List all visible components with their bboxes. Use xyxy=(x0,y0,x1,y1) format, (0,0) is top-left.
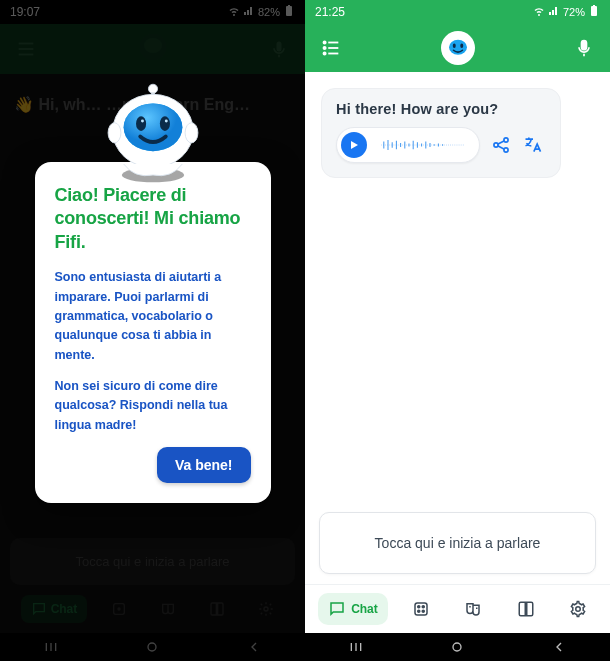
translate-icon[interactable] xyxy=(522,134,544,156)
svg-rect-29 xyxy=(593,5,595,7)
android-home-icon[interactable] xyxy=(448,638,466,656)
svg-point-38 xyxy=(452,44,455,49)
wifi-icon xyxy=(533,5,545,19)
chat-area: Hi there! How are you? xyxy=(305,72,610,502)
svg-point-16 xyxy=(148,84,157,93)
svg-point-27 xyxy=(185,123,198,143)
android-recent-icon[interactable] xyxy=(347,638,365,656)
svg-rect-40 xyxy=(582,41,587,50)
svg-line-61 xyxy=(498,141,505,144)
svg-point-30 xyxy=(323,41,325,43)
battery-icon xyxy=(588,5,600,19)
svg-point-22 xyxy=(136,116,146,131)
tab-roleplay[interactable] xyxy=(454,593,492,625)
svg-line-62 xyxy=(498,146,505,149)
svg-point-72 xyxy=(453,643,461,651)
svg-point-39 xyxy=(460,44,463,49)
tab-dice[interactable] xyxy=(402,593,440,625)
svg-rect-63 xyxy=(415,603,427,615)
audio-player[interactable] xyxy=(336,127,480,163)
svg-point-64 xyxy=(418,606,420,608)
svg-point-21 xyxy=(123,104,182,152)
play-icon[interactable] xyxy=(341,132,367,158)
message-bubble: Hi there! How are you? xyxy=(321,88,561,178)
android-navbar xyxy=(305,633,610,661)
svg-point-66 xyxy=(422,606,424,608)
avatar-mini[interactable] xyxy=(441,31,475,65)
svg-marker-41 xyxy=(351,141,358,149)
svg-point-65 xyxy=(422,610,424,612)
status-time: 21:25 xyxy=(315,5,345,19)
tab-chat[interactable]: Chat xyxy=(318,593,388,625)
svg-point-34 xyxy=(323,52,325,54)
svg-point-25 xyxy=(164,119,167,122)
tab-chat-label: Chat xyxy=(351,602,378,616)
bottom-tabbar: Chat xyxy=(305,584,610,633)
modal-paragraph-1: Sono entusiasta di aiutarti a imparare. … xyxy=(55,268,251,365)
modal-confirm-button[interactable]: Va bene! xyxy=(157,447,251,483)
modal-paragraph-2: Non sei sicuro di come dire qualcosa? Ri… xyxy=(55,377,251,435)
status-right: 72% xyxy=(533,5,600,19)
svg-point-32 xyxy=(323,47,325,49)
welcome-modal: Ciao! Piacere di conoscerti! Mi chiamo F… xyxy=(35,162,271,503)
signal-icon xyxy=(548,5,560,19)
screen-left-modal: 19:07 82% 👋 Hi, wh… …nt to learn Eng… xyxy=(0,0,305,661)
input-row: Tocca qui e inizia a parlare xyxy=(305,502,610,584)
svg-rect-28 xyxy=(591,6,597,16)
status-bar: 21:25 72% xyxy=(305,0,610,24)
svg-point-24 xyxy=(140,119,143,122)
mic-icon[interactable] xyxy=(572,36,596,60)
menu-list-icon[interactable] xyxy=(319,36,343,60)
svg-point-23 xyxy=(159,116,169,131)
modal-title: Ciao! Piacere di conoscerti! Mi chiamo F… xyxy=(55,184,251,254)
android-back-icon[interactable] xyxy=(550,638,568,656)
svg-point-67 xyxy=(418,610,420,612)
message-text: Hi there! How are you? xyxy=(336,101,546,117)
share-icon[interactable] xyxy=(490,134,512,156)
speak-input[interactable]: Tocca qui e inizia a parlare xyxy=(319,512,596,574)
app-header xyxy=(305,24,610,72)
svg-point-68 xyxy=(576,607,581,612)
battery-text: 72% xyxy=(563,6,585,18)
waveform-icon xyxy=(373,138,473,152)
robot-mascot xyxy=(98,76,208,190)
screen-right-chat: 21:25 72% Hi there! How are you? xyxy=(305,0,610,661)
svg-point-26 xyxy=(108,123,121,143)
tab-book[interactable] xyxy=(507,593,545,625)
tab-settings[interactable] xyxy=(559,593,597,625)
